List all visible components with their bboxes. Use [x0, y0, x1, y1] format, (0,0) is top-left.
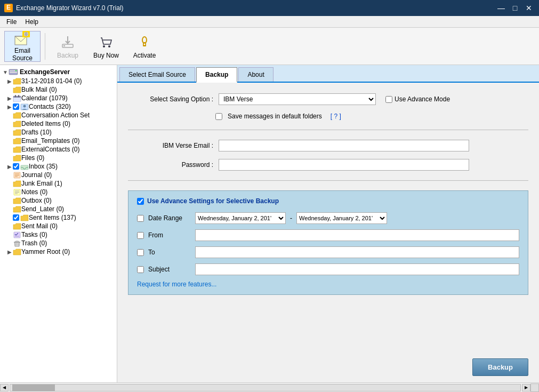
sidebar-item-contacts[interactable]: ▶ Contacts (320) — [4, 102, 117, 111]
folder-icon — [13, 78, 21, 85]
email-source-icon — [14, 31, 31, 46]
subject-checkbox[interactable] — [137, 266, 144, 273]
svg-point-27 — [23, 105, 26, 107]
date-range-row: Date Range Wednesday, January 2, 201' - … — [137, 212, 519, 224]
sidebar-root[interactable]: ▼ ExchangeServer — [0, 67, 117, 77]
sidebar-item-sent-items[interactable]: Sent Items (137) — [4, 213, 117, 222]
close-button[interactable]: ✕ — [523, 3, 535, 13]
inbox-checkbox[interactable] — [13, 163, 19, 170]
subject-label: Subject — [148, 266, 191, 273]
password-input[interactable] — [219, 159, 469, 171]
scrollbar-thumb — [12, 385, 55, 391]
sidebar-item-send-later[interactable]: Send_Later (0) — [4, 205, 117, 213]
to-checkbox[interactable] — [137, 249, 144, 256]
folder-icon — [13, 129, 21, 136]
advance-settings-checkbox[interactable] — [137, 198, 144, 205]
sidebar-item-date[interactable]: ▶ 31-12-2018 01-04 (0) — [4, 77, 117, 85]
tab-select-email-source[interactable]: Select Email Source — [119, 67, 195, 82]
sidebar-item-drafts[interactable]: Drafts (10) — [4, 128, 117, 137]
folder-icon — [13, 197, 21, 204]
scroll-right-button[interactable]: ▶ — [522, 384, 530, 391]
date-from-select[interactable]: Wednesday, January 2, 201' — [195, 212, 286, 224]
to-label: To — [148, 249, 191, 256]
right-panel: Select Email Source Backup About Select … — [117, 65, 539, 382]
window-title: Exchange Migrator Wizard v7.0 (Trial) — [16, 4, 124, 12]
bottom-bar: Backup — [117, 352, 539, 382]
help-link[interactable]: [ ? ] — [331, 113, 341, 120]
tab-bar: Select Email Source Backup About — [117, 65, 539, 83]
toolbar-separator-1 — [45, 33, 45, 60]
menu-file[interactable]: File — [2, 17, 21, 27]
ibm-email-input[interactable] — [219, 140, 469, 151]
maximize-button[interactable]: □ — [509, 3, 521, 13]
server-icon — [9, 68, 18, 76]
tab-backup[interactable]: Backup — [196, 67, 237, 83]
save-messages-checkbox[interactable] — [215, 113, 222, 120]
saving-option-select[interactable]: IBM Verse PST Office 365 Gmail — [219, 93, 376, 105]
sidebar-item-notes[interactable]: Notes (0) — [4, 188, 117, 196]
contacts-checkbox[interactable] — [13, 103, 19, 110]
svg-rect-40 — [15, 241, 19, 242]
advance-settings-box: Use Advance Settings for Selective Backu… — [128, 190, 528, 295]
calendar-icon — [13, 95, 21, 102]
sidebar-item-bulk[interactable]: Bulk Mail (0) — [4, 85, 117, 94]
ibm-email-label: IBM Verse Email : — [128, 142, 213, 149]
svg-point-17 — [144, 43, 146, 45]
backup-action-button[interactable]: Backup — [472, 358, 528, 376]
minimize-button[interactable]: — — [495, 3, 507, 13]
feature-link[interactable]: Request for more features... — [137, 281, 216, 288]
feature-link-row: Request for more features... — [137, 281, 519, 288]
sidebar-item-tasks[interactable]: Tasks (0) — [4, 230, 117, 239]
horizontal-scrollbar[interactable] — [10, 384, 521, 391]
svg-point-14 — [108, 45, 110, 47]
sidebar-item-junk[interactable]: Junk Email (1) — [4, 179, 117, 188]
scrollbar-area: ◀ ▶ — [0, 382, 539, 392]
ibm-email-row: IBM Verse Email : — [128, 140, 528, 151]
window-controls: — □ ✕ — [495, 3, 535, 13]
sidebar-item-calendar[interactable]: ▶ Calendar (1079) — [4, 94, 117, 102]
sent-items-checkbox[interactable] — [13, 214, 19, 221]
svg-rect-37 — [14, 232, 20, 238]
date-range-checkbox[interactable] — [137, 215, 144, 222]
save-messages-label: Save messages in default folders — [228, 113, 322, 120]
activate-button[interactable]: Activate — [126, 31, 163, 62]
buy-now-button[interactable]: Buy Now — [88, 31, 124, 62]
saving-option-label: Select Saving Option : — [128, 95, 213, 103]
use-advance-mode-checkbox[interactable] — [385, 96, 392, 103]
folder-icon — [13, 206, 21, 213]
svg-rect-12 — [63, 45, 65, 46]
sidebar-item-deleted[interactable]: Deleted Items (0) — [4, 119, 117, 128]
inbox-icon — [20, 163, 29, 170]
scroll-left-button[interactable]: ◀ — [0, 384, 9, 391]
sidebar-item-inbox[interactable]: ▶ Inbox (35) — [4, 162, 117, 171]
sidebar-item-email-templates[interactable]: Email_Templates (0) — [4, 137, 117, 145]
sidebar-item-trash[interactable]: Trash (0) — [4, 239, 117, 247]
divider-1 — [128, 130, 528, 130]
from-input[interactable] — [195, 229, 519, 241]
email-source-button[interactable]: Email Source — [4, 31, 41, 62]
tab-about[interactable]: About — [238, 67, 273, 82]
folder-icon — [13, 146, 21, 153]
menu-bar: File Help — [0, 16, 539, 28]
svg-rect-20 — [10, 72, 17, 73]
sidebar-item-journal[interactable]: Journal (0) — [4, 171, 117, 179]
sidebar-item-conversation[interactable]: Conversation Action Set — [4, 111, 117, 119]
sidebar-item-external-contacts[interactable]: ExternalContacts (0) — [4, 145, 117, 154]
to-input[interactable] — [195, 246, 519, 258]
sidebar-item-sent-mail[interactable]: Sent Mail (0) — [4, 222, 117, 230]
date-to-select[interactable]: Wednesday, January 2, 201' — [296, 212, 387, 224]
activate-icon — [136, 34, 153, 51]
svg-rect-23 — [13, 96, 21, 98]
sidebar-item-yammer[interactable]: ▶ Yammer Root (0) — [4, 247, 117, 256]
password-row: Password : — [128, 159, 528, 171]
use-advance-mode-label: Use Advance Mode — [395, 95, 450, 103]
save-messages-row: Save messages in default folders [ ? ] — [128, 113, 528, 120]
sidebar-item-files[interactable]: Files (0) — [4, 154, 117, 162]
sidebar-item-outbox[interactable]: Outbox (0) — [4, 196, 117, 205]
menu-help[interactable]: Help — [21, 17, 43, 27]
subject-input[interactable] — [195, 263, 519, 275]
from-checkbox[interactable] — [137, 232, 144, 239]
backup-button[interactable]: Backup — [50, 31, 86, 62]
notes-icon — [13, 189, 21, 196]
password-label: Password : — [128, 161, 213, 169]
